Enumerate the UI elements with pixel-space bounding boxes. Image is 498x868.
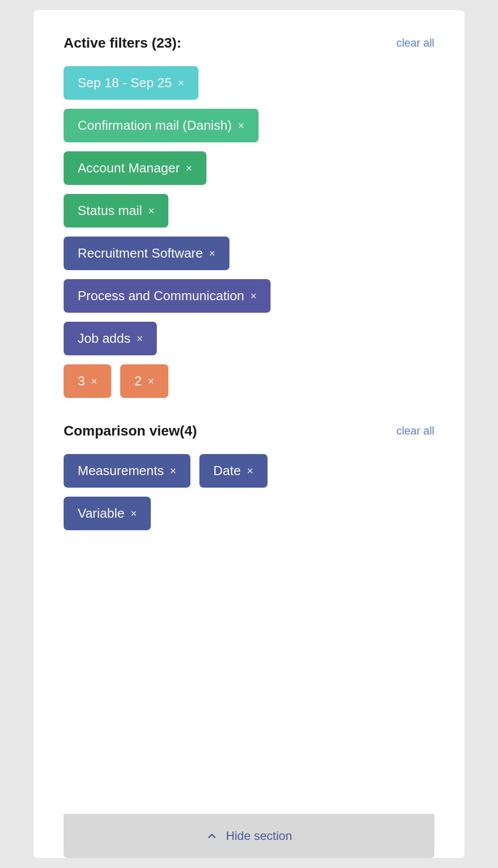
hide-section-label: Hide section	[226, 829, 292, 843]
tag-measurements-label: Measurements	[78, 463, 164, 479]
comparison-view-title: Comparison view(4)	[64, 423, 197, 439]
tag-recruitment-software-label: Recruitment Software	[78, 246, 203, 261]
tag-date-label: Date	[213, 463, 241, 479]
tag-account-manager-label: Account Manager	[78, 160, 180, 176]
tag-process-communication-close[interactable]: ×	[250, 290, 257, 303]
tag-num-2-label: 2	[134, 373, 141, 389]
tag-status-mail-label: Status mail	[78, 203, 142, 219]
active-filters-section: Active filters (23): clear all Sep 18 - …	[64, 35, 434, 398]
tag-date-range-label: Sep 18 - Sep 25	[78, 75, 172, 91]
tag-confirmation-mail-label: Confirmation mail (Danish)	[78, 118, 232, 133]
tag-account-manager[interactable]: Account Manager ×	[64, 151, 206, 185]
chevron-up-icon	[206, 830, 218, 842]
comparison-view-header: Comparison view(4) clear all	[64, 423, 434, 439]
tag-status-mail-close[interactable]: ×	[148, 204, 155, 218]
active-filters-title: Active filters (23):	[64, 35, 181, 51]
tag-measurements[interactable]: Measurements ×	[64, 454, 190, 488]
active-filters-header: Active filters (23): clear all	[64, 35, 434, 51]
active-filters-clear-all[interactable]: clear all	[396, 37, 434, 50]
tag-recruitment-software[interactable]: Recruitment Software ×	[64, 237, 229, 270]
tag-confirmation-mail[interactable]: Confirmation mail (Danish) ×	[64, 109, 259, 142]
comparison-view-tags: Measurements × Date × Variable ×	[64, 454, 434, 530]
page-wrapper: Active filters (23): clear all Sep 18 - …	[0, 0, 498, 868]
tag-process-communication-label: Process and Communication	[78, 288, 244, 304]
tag-status-mail[interactable]: Status mail ×	[64, 194, 168, 228]
tag-variable-close[interactable]: ×	[130, 507, 137, 520]
comparison-view-section: Comparison view(4) clear all Measurement…	[64, 423, 434, 530]
tag-variable-label: Variable	[78, 506, 124, 521]
tag-date-close[interactable]: ×	[247, 465, 254, 478]
comparison-first-row: Measurements × Date ×	[64, 454, 434, 488]
comparison-view-clear-all[interactable]: clear all	[396, 424, 434, 438]
main-card: Active filters (23): clear all Sep 18 - …	[34, 10, 464, 858]
tag-num-3[interactable]: 3 ×	[64, 364, 111, 398]
active-filters-tags: Sep 18 - Sep 25 × Confirmation mail (Dan…	[64, 66, 434, 398]
tag-date[interactable]: Date ×	[199, 454, 268, 488]
tag-job-adds[interactable]: Job adds ×	[64, 322, 157, 355]
tag-measurements-close[interactable]: ×	[170, 465, 176, 478]
tag-num-2[interactable]: 2 ×	[120, 364, 168, 398]
tag-confirmation-mail-close[interactable]: ×	[238, 119, 244, 132]
tag-num-3-close[interactable]: ×	[91, 375, 97, 388]
tag-num-2-close[interactable]: ×	[148, 375, 154, 388]
tag-job-adds-label: Job adds	[78, 331, 131, 346]
hide-section-bar[interactable]: Hide section	[64, 814, 434, 858]
tag-process-communication[interactable]: Process and Communication ×	[64, 279, 271, 313]
tag-date-range[interactable]: Sep 18 - Sep 25 ×	[64, 66, 198, 100]
tag-job-adds-close[interactable]: ×	[137, 332, 143, 345]
tag-date-range-close[interactable]: ×	[178, 77, 184, 90]
tag-account-manager-close[interactable]: ×	[186, 162, 192, 175]
tag-variable[interactable]: Variable ×	[64, 497, 151, 530]
tag-recruitment-software-close[interactable]: ×	[209, 247, 215, 260]
number-tags-row: 3 × 2 ×	[64, 364, 434, 398]
tag-num-3-label: 3	[78, 373, 85, 389]
